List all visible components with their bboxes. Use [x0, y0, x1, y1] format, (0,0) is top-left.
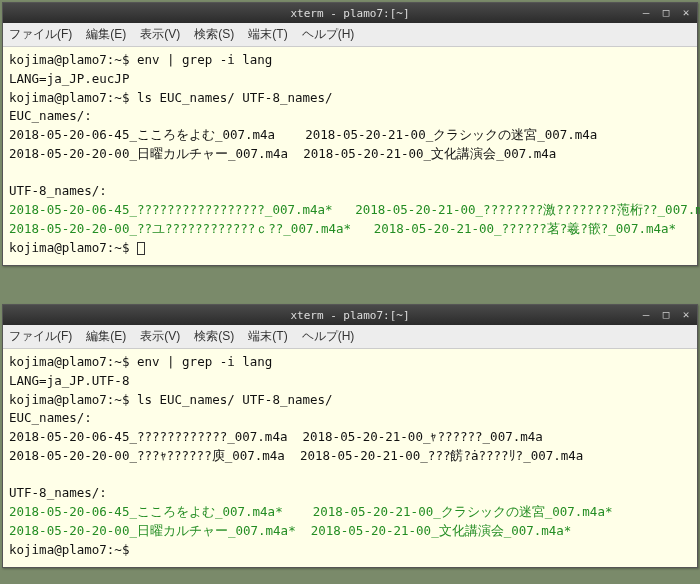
- window-title: xterm - plamo7:[~]: [290, 7, 409, 20]
- menu-file[interactable]: ファイル(F): [9, 328, 72, 345]
- menu-bar: ファイル(F) 編集(E) 表示(V) 検索(S) 端末(T) ヘルプ(H): [3, 325, 697, 349]
- file-entry-exec: 2018-05-20-06-45_こころをよむ_007.m4a*: [9, 504, 313, 519]
- file-entry: 2018-05-20-21-00_ｬ??????_007.m4a: [303, 429, 543, 444]
- file-entry-exec: 2018-05-20-06-45_?????????????????_007.m…: [9, 202, 355, 217]
- file-entry: 2018-05-20-21-00_クラシックの迷宮_007.m4a: [305, 127, 597, 142]
- output-lang: LANG=ja_JP.UTF-8: [9, 373, 129, 388]
- file-entry: 2018-05-20-20-00_???ｬ??????庾_007.m4a: [9, 448, 300, 463]
- file-entry: 2018-05-20-21-00_???餝?ȧ????ﾘ?_007.m4a: [300, 448, 583, 463]
- prompt: kojima@plamo7:~$: [9, 542, 137, 557]
- output-lang: LANG=ja_JP.eucJP: [9, 71, 129, 86]
- file-entry-exec: 2018-05-20-21-00_クラシックの迷宮_007.m4a*: [313, 504, 613, 519]
- euc-header: EUC_names/:: [9, 410, 92, 425]
- menu-edit[interactable]: 編集(E): [86, 328, 126, 345]
- minimize-icon[interactable]: –: [639, 308, 653, 322]
- xterm-window-2: xterm - plamo7:[~] – □ ✕ ファイル(F) 編集(E) 表…: [2, 304, 698, 568]
- prompt: kojima@plamo7:~$: [9, 240, 137, 255]
- close-icon[interactable]: ✕: [679, 6, 693, 20]
- file-entry: 2018-05-20-06-45_こころをよむ_007.m4a: [9, 127, 305, 142]
- euc-header: EUC_names/:: [9, 108, 92, 123]
- cmd-ls: ls EUC_names/ UTF-8_names/: [137, 392, 333, 407]
- blank-line: [9, 467, 17, 482]
- file-entry: 2018-05-20-06-45_????????????_007.m4a: [9, 429, 303, 444]
- menu-edit[interactable]: 編集(E): [86, 26, 126, 43]
- utf-header: UTF-8_names/:: [9, 183, 107, 198]
- utf-header: UTF-8_names/:: [9, 485, 107, 500]
- terminal-output[interactable]: kojima@plamo7:~$ env | grep -i lang LANG…: [3, 349, 697, 567]
- prompt: kojima@plamo7:~$: [9, 392, 137, 407]
- menu-bar: ファイル(F) 編集(E) 表示(V) 検索(S) 端末(T) ヘルプ(H): [3, 23, 697, 47]
- maximize-icon[interactable]: □: [659, 6, 673, 20]
- menu-help[interactable]: ヘルプ(H): [302, 26, 355, 43]
- file-entry-exec: 2018-05-20-21-00_????????激????????萢桁??_0…: [355, 202, 700, 217]
- menu-help[interactable]: ヘルプ(H): [302, 328, 355, 345]
- window-title: xterm - plamo7:[~]: [290, 309, 409, 322]
- file-entry-exec: 2018-05-20-21-00_??????茗?羲?篏?_007.m4a*: [374, 221, 676, 236]
- titlebar[interactable]: xterm - plamo7:[~] – □ ✕: [3, 305, 697, 325]
- menu-terminal[interactable]: 端末(T): [248, 26, 287, 43]
- menu-search[interactable]: 検索(S): [194, 26, 234, 43]
- menu-terminal[interactable]: 端末(T): [248, 328, 287, 345]
- cmd-ls: ls EUC_names/ UTF-8_names/: [137, 90, 333, 105]
- file-entry: 2018-05-20-21-00_文化講演会_007.m4a: [303, 146, 556, 161]
- close-icon[interactable]: ✕: [679, 308, 693, 322]
- minimize-icon[interactable]: –: [639, 6, 653, 20]
- prompt: kojima@plamo7:~$: [9, 354, 137, 369]
- window-buttons: – □ ✕: [639, 6, 693, 20]
- cmd-env: env | grep -i lang: [137, 354, 272, 369]
- prompt: kojima@plamo7:~$: [9, 52, 137, 67]
- blank-line: [9, 165, 17, 180]
- menu-view[interactable]: 表示(V): [140, 328, 180, 345]
- menu-file[interactable]: ファイル(F): [9, 26, 72, 43]
- titlebar[interactable]: xterm - plamo7:[~] – □ ✕: [3, 3, 697, 23]
- menu-search[interactable]: 検索(S): [194, 328, 234, 345]
- maximize-icon[interactable]: □: [659, 308, 673, 322]
- cmd-env: env | grep -i lang: [137, 52, 272, 67]
- menu-view[interactable]: 表示(V): [140, 26, 180, 43]
- file-entry-exec: 2018-05-20-20-00_日曜カルチャー_007.m4a*: [9, 523, 311, 538]
- cursor-icon: [137, 242, 145, 255]
- prompt: kojima@plamo7:~$: [9, 90, 137, 105]
- file-entry: 2018-05-20-20-00_日曜カルチャー_007.m4a: [9, 146, 303, 161]
- window-buttons: – □ ✕: [639, 308, 693, 322]
- xterm-window-1: xterm - plamo7:[~] – □ ✕ ファイル(F) 編集(E) 表…: [2, 2, 698, 266]
- terminal-output[interactable]: kojima@plamo7:~$ env | grep -i lang LANG…: [3, 47, 697, 265]
- file-entry-exec: 2018-05-20-21-00_文化講演会_007.m4a*: [311, 523, 572, 538]
- file-entry-exec: 2018-05-20-20-00_??ユ????????????ｃ??_007.…: [9, 221, 374, 236]
